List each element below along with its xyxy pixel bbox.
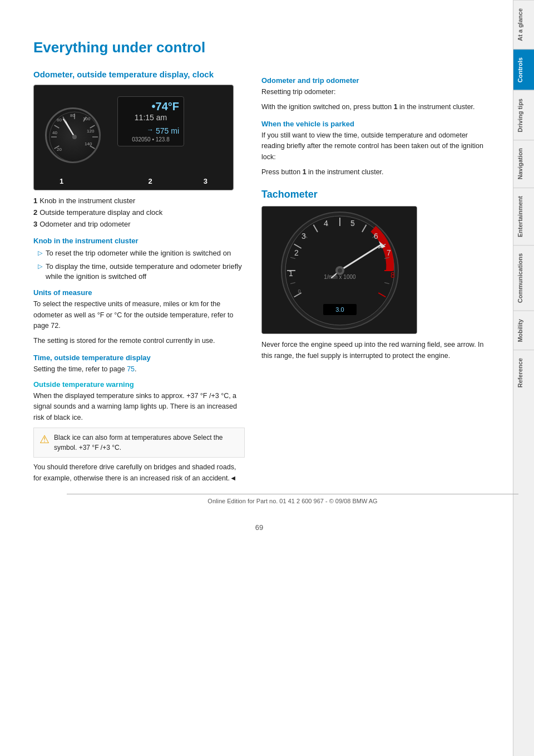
- cluster-center-display: •74°F 11:15 am → 575 mi 032050 • 123.8: [117, 96, 184, 146]
- outside-temp-body1: When the displayed temperature sinks to …: [33, 391, 245, 423]
- time-body: Setting the time, refer to page 75.: [33, 364, 245, 375]
- left-column: Odometer, outside temperature display, c…: [33, 70, 245, 488]
- item-text-1: Knob in the instrument cluster: [39, 197, 135, 205]
- sidebar: At a glance Controls Driving tips Naviga…: [513, 0, 534, 756]
- item-list-3: 3Odometer and trip odometer: [33, 219, 245, 229]
- svg-text:40: 40: [52, 130, 57, 135]
- warning-box: ⚠ Black ice can also form at temperature…: [33, 428, 245, 458]
- page-number: 69: [33, 523, 485, 532]
- svg-text:140: 140: [85, 141, 92, 146]
- item-list-1: 1Knob in the instrument cluster: [33, 196, 245, 206]
- warning-text: Black ice can also form at temperatures …: [54, 433, 239, 453]
- svg-text:20: 20: [57, 147, 62, 152]
- svg-text:60: 60: [57, 117, 62, 122]
- sidebar-tab-entertainment[interactable]: Entertainment: [513, 188, 535, 245]
- cluster-label-2: 2: [148, 177, 152, 185]
- cluster-labels: 1 2 3: [34, 177, 233, 185]
- item-list-2: 2Outside temperature display and clock: [33, 208, 245, 218]
- units-section-title: Units of measure: [33, 288, 245, 297]
- odometer-right-body: Resetting trip odometer:: [261, 87, 485, 97]
- cluster-label-3: 3: [204, 177, 207, 185]
- right-column: Odometer and trip odometer Resetting tri…: [261, 70, 485, 488]
- svg-point-11: [72, 135, 77, 139]
- sidebar-tab-mobility[interactable]: Mobility: [513, 311, 535, 350]
- knob-section-title: Knob in the instrument cluster: [33, 237, 245, 245]
- svg-text:3: 3: [301, 232, 306, 240]
- cluster-time: 11:15 am: [122, 113, 179, 122]
- svg-text:6: 6: [374, 232, 378, 240]
- outside-temp-body2: You should therefore drive carefully on …: [33, 462, 245, 484]
- sidebar-tab-controls[interactable]: Controls: [513, 49, 535, 90]
- outside-temp-title: Outside temperature warning: [33, 380, 245, 389]
- svg-text:3.0: 3.0: [335, 306, 344, 313]
- parked-section-title: When the vehicle is parked: [261, 120, 485, 128]
- time-page-link[interactable]: 75: [127, 365, 135, 373]
- parked-body: If you still want to view the time, outs…: [261, 130, 485, 163]
- item-num-3: 3: [33, 220, 37, 228]
- sidebar-tab-at-a-glance[interactable]: At a glance: [513, 0, 535, 49]
- svg-line-3: [55, 125, 60, 128]
- warning-icon: ⚠: [39, 433, 50, 446]
- sidebar-tab-communications[interactable]: Communications: [513, 245, 535, 311]
- svg-text:80: 80: [70, 113, 75, 118]
- svg-text:2: 2: [294, 248, 299, 257]
- sidebar-tab-reference[interactable]: Reference: [513, 350, 535, 395]
- svg-text:120: 120: [87, 129, 95, 134]
- sidebar-tab-navigation[interactable]: Navigation: [513, 140, 535, 187]
- svg-text:4: 4: [324, 219, 328, 228]
- svg-text:8: 8: [390, 271, 395, 279]
- cluster-odometer: 032050 • 123.8: [122, 136, 179, 143]
- tachometer-svg: 2 1 3 4 5 6 7 8 0 1/min x 1000: [262, 207, 417, 334]
- cluster-mileage: 575 mi: [156, 126, 179, 135]
- page-title: Everything under control: [33, 39, 485, 56]
- svg-text:100: 100: [83, 116, 91, 121]
- speedometer-gauge: 20 40 60 80 100 120 140: [45, 107, 101, 163]
- item-num-2: 2: [33, 208, 37, 217]
- item-text-2: Outside temperature display and clock: [39, 208, 162, 217]
- sidebar-tab-driving-tips[interactable]: Driving tips: [513, 90, 535, 140]
- main-content: Everything under control Odometer, outsi…: [0, 0, 513, 756]
- time-section-title: Time, outside temperature display: [33, 354, 245, 362]
- units-body-2: The setting is stored for the remote con…: [33, 336, 245, 346]
- knob-bullet-2: To display the time, outside temperature…: [38, 262, 245, 282]
- odometer-section-title: Odometer, outside temperature display, c…: [33, 70, 245, 79]
- odometer-right-body2: With the ignition switched on, press but…: [261, 102, 485, 112]
- tachometer-body: Never force the engine speed up into the…: [261, 340, 485, 361]
- two-column-layout: Odometer, outside temperature display, c…: [33, 70, 485, 488]
- parked-body2: Press button 1 in the instrument cluster…: [261, 167, 485, 178]
- knob-bullet-list: To reset the trip odometer while the ign…: [38, 248, 245, 282]
- cluster-image: 20 40 60 80 100 120 140 •74°F 11:15 am: [33, 85, 234, 190]
- svg-text:1: 1: [289, 269, 293, 278]
- cluster-arrow: →: [147, 126, 154, 134]
- svg-text:5: 5: [350, 219, 355, 228]
- tachometer-title: Tachometer: [261, 189, 485, 200]
- odometer-right-title: Odometer and trip odometer: [261, 76, 485, 85]
- page-footer: Online Edition for Part no. 01 41 2 600 …: [67, 494, 518, 504]
- svg-line-7: [90, 125, 95, 128]
- item-text-3: Odometer and trip odometer: [39, 220, 130, 228]
- tachometer-section: Tachometer: [261, 189, 485, 361]
- tachometer-image: 2 1 3 4 5 6 7 8 0 1/min x 1000: [261, 206, 417, 334]
- cluster-item-list: 1Knob in the instrument cluster 2Outside…: [33, 196, 245, 230]
- cluster-label-1: 1: [60, 177, 63, 185]
- cluster-temperature: •74°F: [122, 100, 179, 113]
- svg-line-10: [63, 119, 75, 137]
- units-body-1: To select the respective units of measur…: [33, 299, 245, 331]
- svg-point-53: [338, 268, 342, 273]
- svg-text:0: 0: [298, 288, 300, 294]
- svg-text:7: 7: [387, 248, 391, 257]
- knob-bullet-1: To reset the trip odometer while the ign…: [38, 248, 245, 258]
- item-num-1: 1: [33, 197, 37, 205]
